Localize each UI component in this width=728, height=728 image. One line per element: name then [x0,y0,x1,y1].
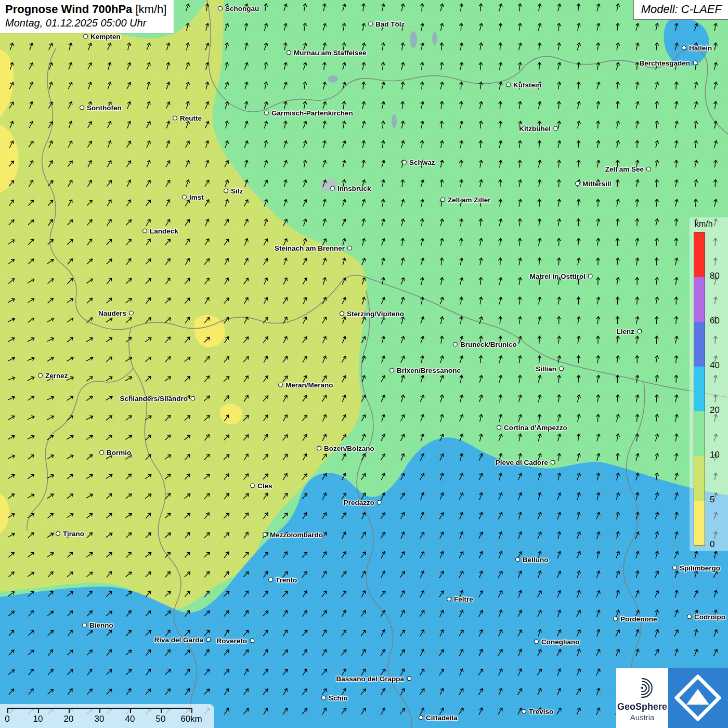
scale-tick-label: 30 [95,714,105,724]
legend-band [694,411,705,456]
scale-tick [161,708,162,713]
map-title-unit: [km/h] [135,3,166,16]
scale-tick [7,708,8,713]
scale-tick-label: 20 [64,714,74,724]
legend: km/h 806040201050 [690,217,728,551]
scale-tick [130,708,131,713]
legend-tick-label: 0 [710,539,714,550]
scale-tick [191,708,192,713]
scale-tick-label: 60km [180,714,202,724]
wind-forecast-map: SchongauBad TölzKemptenMurnau am Staffel… [0,0,728,728]
legend-band [694,322,705,367]
scale-tick [99,708,100,713]
model-label: Modell: C-LAEF [641,3,722,16]
legend-color-bar [694,232,705,546]
legend-body: 806040201050 [694,232,728,546]
legend-tick-label: 10 [710,450,720,460]
scale-tick-label: 0 [5,714,9,724]
legend-band [694,501,705,545]
geosphere-arrow-icon [668,668,728,728]
legend-tick-label: 20 [710,405,720,415]
logo-name: GeoSphere [617,701,667,712]
map-title: Prognose Wind 700hPa [km/h] [5,3,166,16]
legend-band [694,277,705,322]
title-box: Prognose Wind 700hPa [km/h] Montag, 01.1… [0,0,174,33]
model-box: Modell: C-LAEF [633,0,728,20]
scale-tick [69,708,70,713]
geosphere-swirl-icon [629,675,656,701]
legend-tick-label: 60 [710,316,720,326]
legend-tick-label: 80 [710,271,720,281]
map-title-text: Prognose Wind 700hPa [5,3,132,16]
logo-subtitle: Austria [630,713,655,722]
map-canvas [0,0,728,728]
legend-tick-label: 40 [710,360,720,371]
scale-tick-label: 10 [33,714,43,724]
legend-unit-label: km/h [695,219,728,229]
legend-band [694,367,705,411]
scale-tick [38,708,39,713]
legend-band [694,232,705,277]
scale-tick-label: 50 [156,714,166,724]
scale-bar: 0102030405060km [0,704,214,728]
legend-band [694,456,705,501]
legend-tick-label: 5 [710,495,714,505]
geosphere-arrow-tile [668,668,728,728]
valid-datetime: Montag, 01.12.2025 05:00 Uhr [5,17,166,29]
geosphere-logo: GeoSphere Austria [616,668,728,728]
geosphere-logo-left: GeoSphere Austria [616,668,668,728]
terrain-relief-overlay [0,0,728,728]
scale-tick-label: 40 [125,714,135,724]
